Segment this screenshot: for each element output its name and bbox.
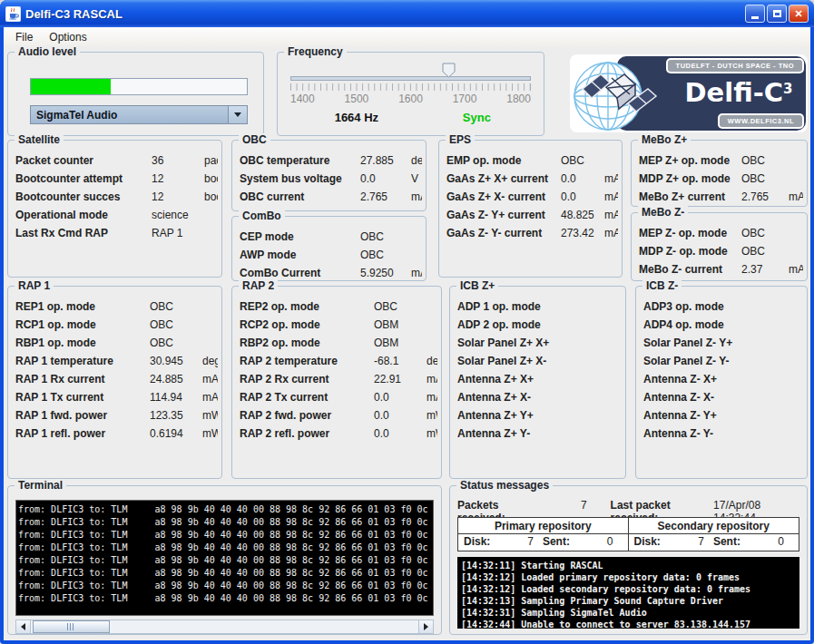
telemetry-row: RAP 2 temperature -68.1 deg. C: [240, 352, 437, 370]
telemetry-row: MDP Z- op. mode OBC: [639, 242, 803, 260]
telemetry-row: REP2 op. mode OBC: [240, 298, 437, 316]
log-line: [14:32:12] Loaded secondary repository d…: [461, 583, 796, 595]
telemetry-row: RAP 2 Rx current 22.91 mA: [240, 370, 437, 388]
secondary-sent-value: 0: [740, 534, 793, 551]
audio-progress-fill: [31, 79, 111, 94]
telemetry-row: Antenna Z+ Y+ undeployed: [457, 406, 622, 424]
log-line: [14:32:12] Loaded primary repository dat…: [461, 571, 796, 583]
panel-title: Satellite: [15, 133, 64, 146]
panel-mebo-zminus: MeBo Z- MEP Z- op. mode OBC MDP Z- op. m…: [631, 212, 808, 281]
audio-device-select[interactable]: SigmaTel Audio: [30, 105, 248, 124]
frequency-slider-thumb[interactable]: [442, 63, 456, 78]
telemetry-rows: ADP3 op. mode OBC ADP4 op. mode OBC Sola…: [643, 298, 803, 443]
frequency-slider[interactable]: [290, 62, 531, 82]
telemetry-rows: EMP op. mode OBC GaAs Z+ X+ current 0.0 …: [446, 151, 618, 242]
maximize-button[interactable]: [767, 5, 787, 23]
telemetry-row: RAP 2 Tx current 0.0 mA: [240, 388, 437, 406]
panel-rap1: RAP 1 REP1 op. mode OBC RCP1 op. mode OB…: [7, 286, 222, 479]
log-line: [14:32:31] Sampling SigmaTel Audio: [461, 607, 796, 619]
primary-sent-value: 0: [570, 534, 623, 551]
panel-terminal: Terminal from: DLFIC3 to: TLM a8 98 9b 4…: [7, 485, 442, 635]
menu-file[interactable]: File: [9, 29, 39, 45]
disk-label: Disk:: [464, 534, 490, 551]
terminal-line: from: DLFIC3 to: TLM a8 98 9b 40 40 40 0…: [18, 554, 431, 567]
telemetry-row: GaAs Z+ X- current 0.0 mA: [446, 188, 618, 206]
panel-title: ICB Z+: [456, 279, 498, 292]
panel-icb-zminus: ICB Z- ADP3 op. mode OBC ADP4 op. mode O…: [635, 286, 808, 479]
panel-title: Frequency: [284, 45, 347, 58]
sent-label: Sent:: [713, 534, 740, 551]
disk-label: Disk:: [634, 534, 661, 551]
telemetry-row: Last Rx Cmd RAP RAP 1: [15, 224, 218, 242]
secondary-repo-header: Secondary repository: [629, 518, 799, 534]
panel-title: EPS: [446, 133, 475, 146]
panel-title: ICB Z-: [642, 279, 682, 292]
log-line: [14:32:44] Unable to connect to server 8…: [461, 619, 796, 629]
panel-frequency: Frequency 14001500160017001800 1664 Hz S…: [277, 52, 544, 136]
telemetry-row: Solar Panel Z+ X- undeployed: [457, 352, 622, 370]
frequency-ticks: [290, 83, 531, 91]
tick-label: 1500: [345, 93, 369, 105]
window-title: Delfi-C3 RASCAL: [25, 7, 740, 21]
terminal-line: from: DLFIC3 to: TLM a8 98 9b 40 40 40 0…: [18, 567, 431, 580]
minimize-button[interactable]: [745, 5, 765, 23]
audio-device-value: SigmaTel Audio: [31, 109, 228, 122]
telemetry-rows: ADP 1 op. mode OBM ADP 2 op. mode OBM So…: [457, 298, 622, 443]
telemetry-row: ADP4 op. mode OBC: [643, 316, 803, 334]
terminal-output[interactable]: from: DLFIC3 to: TLM a8 98 9b 40 40 40 0…: [15, 500, 434, 616]
panel-status-messages: Status messages Packets received: 7 Last…: [449, 485, 808, 635]
telemetry-row: AWP mode OBC: [240, 246, 422, 264]
primary-repo-header: Primary repository: [458, 518, 628, 534]
telemetry-row: RAP 1 Rx current 24.885 mA: [15, 370, 218, 388]
menu-options[interactable]: Options: [43, 29, 93, 45]
terminal-line: from: DLFIC3 to: TLM a8 98 9b 40 40 40 0…: [18, 592, 431, 605]
panel-satellite: Satellite Packet counter 36 packets Boot…: [7, 140, 222, 278]
terminal-hscrollbar[interactable]: [15, 620, 434, 634]
audio-level-bar: [30, 78, 248, 95]
telemetry-row: Operational mode science: [15, 206, 218, 224]
frequency-slider-track[interactable]: [290, 76, 531, 81]
terminal-line: from: DLFIC3 to: TLM a8 98 9b 40 40 40 0…: [18, 503, 431, 516]
scroll-right-arrow-icon[interactable]: [418, 620, 433, 633]
telemetry-row: GaAs Z- Y- current 273.42 mA: [446, 224, 618, 242]
tick-label: 1400: [290, 93, 315, 105]
telemetry-row: RAP 1 temperature 30.945 deg. C: [15, 352, 218, 370]
telemetry-row: RAP 1 Tx current 114.94 mA: [15, 388, 218, 406]
terminal-line: from: DLFIC3 to: TLM a8 98 9b 40 40 40 0…: [18, 516, 431, 529]
logo-brand: Delfi-C3: [672, 77, 806, 108]
panel-title: ComBo: [239, 210, 285, 222]
log-line: [14:32:13] Sampling Primary Sound Captur…: [461, 595, 796, 607]
telemetry-row: Antenna Z- X- undeployed: [643, 388, 803, 406]
tick-label: 1800: [506, 93, 531, 105]
telemetry-row: GaAs Z- Y+ current 48.825 mA: [446, 206, 618, 224]
scrollbar-track[interactable]: [31, 620, 418, 633]
terminal-line: from: DLFIC3 to: TLM a8 98 9b 40 40 40 0…: [18, 542, 431, 554]
panel-rap2: RAP 2 REP2 op. mode OBC RCP2 op. mode OB…: [231, 286, 442, 479]
panel-title: Terminal: [15, 479, 66, 492]
telemetry-row: ADP 1 op. mode OBM: [457, 298, 622, 316]
telemetry-rows: MEP Z+ op. mode OBC MDP Z+ op. mode OBC …: [639, 151, 803, 206]
titlebar[interactable]: Delfi-C3 RASCAL ✕: [0, 0, 814, 27]
repository-table: Primary repository Disk: 7 Sent: 0 Secon…: [457, 517, 799, 551]
scroll-left-arrow-icon[interactable]: [16, 620, 31, 633]
frequency-value: 1664 Hz: [335, 111, 378, 124]
telemetry-row: Packet counter 36 packets: [15, 151, 218, 170]
telemetry-row: ADP3 op. mode OBC: [643, 298, 803, 316]
panel-title: RAP 1: [15, 279, 54, 292]
packets-received-value: 7: [543, 499, 586, 512]
telemetry-row: REP1 op. mode OBC: [15, 298, 218, 316]
scrollbar-thumb[interactable]: [33, 620, 110, 633]
close-button[interactable]: ✕: [789, 5, 809, 23]
telemetry-row: MEP Z- op. mode OBC: [639, 224, 803, 242]
telemetry-row: GaAs Z+ X+ current 0.0 mA: [446, 170, 618, 188]
sync-status: Sync: [463, 111, 491, 124]
chevron-down-icon[interactable]: [228, 106, 247, 123]
telemetry-row: CEP mode OBC: [240, 228, 422, 246]
panel-icb-zplus: ICB Z+ ADP 1 op. mode OBM ADP 2 op. mode…: [449, 286, 626, 479]
telemetry-row: RAP 2 refl. power 0.0 mW: [240, 424, 437, 443]
telemetry-row: MeBo Z+ current 2.765 mA: [639, 188, 803, 206]
telemetry-row: Solar Panel Z- Y- deployed: [643, 352, 803, 370]
telemetry-row: OBC temperature 27.885 deg. C: [240, 151, 422, 170]
tick-label: 1700: [453, 93, 477, 105]
telemetry-rows: OBC temperature 27.885 deg. C System bus…: [240, 151, 422, 206]
